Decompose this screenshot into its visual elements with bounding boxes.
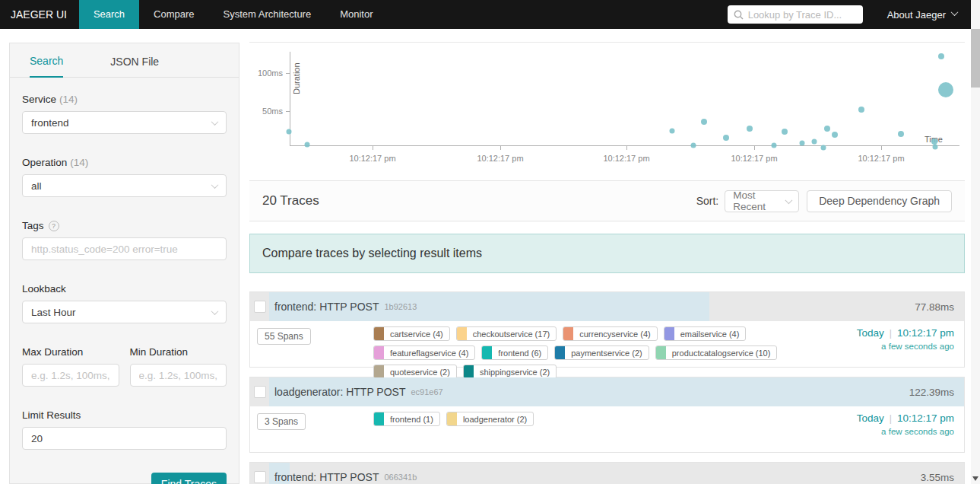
min-duration-input[interactable] (130, 364, 227, 387)
max-duration-input[interactable] (22, 364, 119, 387)
deep-dependency-graph-button[interactable]: Deep Dependency Graph (807, 190, 952, 212)
navbar-item[interactable]: System Architecture (209, 0, 326, 29)
operation-count: (14) (70, 157, 88, 168)
lookback-value: Last Hour (31, 307, 76, 318)
trace-scatter-point[interactable] (782, 129, 788, 135)
service-tag-label: frontend (1) (384, 412, 439, 425)
navbar-item[interactable]: Search (79, 0, 139, 29)
svg-text:10:12:17 pm: 10:12:17 pm (477, 154, 523, 163)
service-color-chip (447, 412, 457, 425)
find-traces-button[interactable]: Find Traces (151, 473, 227, 484)
trace-scatter-point[interactable] (691, 143, 696, 148)
trace-date: Today (857, 412, 884, 424)
page-scrollbar[interactable] (971, 0, 980, 484)
trace-checkbox-cell (250, 292, 269, 321)
separator: | (890, 413, 892, 424)
service-tag-pill: loadgenerator (2) (446, 412, 534, 426)
scrollbar-down-arrow-icon[interactable] (972, 476, 978, 481)
sort-select[interactable]: Most Recent (725, 190, 799, 212)
chevron-down-icon (211, 307, 219, 315)
navbar-item[interactable]: Monitor (325, 0, 387, 29)
trace-checkbox[interactable] (254, 386, 266, 398)
chevron-down-icon (211, 181, 219, 189)
trace-scatter-point[interactable] (938, 82, 953, 97)
sidebar-tab[interactable]: JSON File (110, 56, 159, 77)
sort-value: Most Recent (733, 189, 786, 212)
trace-lookup-input[interactable] (748, 9, 857, 21)
trace-scatter-point[interactable] (305, 142, 310, 148)
navbar-item[interactable]: Compare (139, 0, 208, 29)
trace-duration-bar-track: frontend: HTTP POST 1b92613 77.88ms (269, 292, 964, 321)
trace-scatter-point[interactable] (898, 131, 904, 137)
app-brand[interactable]: JAEGER UI (0, 0, 79, 29)
trace-header-link[interactable]: frontend: HTTP POST 1b92613 77.88ms (250, 292, 964, 321)
sidebar-tab[interactable]: Search (30, 55, 63, 78)
trace-scatter-point[interactable] (931, 139, 937, 145)
trace-checkbox[interactable] (254, 301, 266, 313)
trace-id: 1b92613 (384, 302, 417, 311)
trace-scatter-point[interactable] (747, 126, 753, 132)
sort-label: Sort: (696, 195, 719, 207)
span-count-pill: 55 Spans (257, 328, 311, 345)
trace-date: Today (857, 327, 884, 339)
service-color-chip (374, 346, 384, 359)
operation-select[interactable]: all (22, 174, 227, 197)
service-count: (14) (59, 94, 78, 105)
search-form: Service (14) frontend Operation (14) all… (10, 78, 239, 484)
service-color-chip (555, 346, 565, 359)
trace-scatter-point[interactable] (800, 141, 805, 146)
trace-count: 20 Traces (262, 193, 319, 209)
svg-text:10:12:17 pm: 10:12:17 pm (731, 154, 777, 163)
trace-scatter-point[interactable] (723, 135, 729, 141)
trace-checkbox[interactable] (254, 471, 266, 483)
trace-scatter-point[interactable] (772, 143, 777, 148)
trace-scatter-point[interactable] (287, 129, 292, 135)
trace-header-link[interactable]: frontend: HTTP POST 066341b 3.55ms (250, 463, 964, 484)
scrollbar-thumb[interactable] (971, 29, 980, 88)
trace-scatter-point[interactable] (824, 126, 830, 132)
trace-lookup-box[interactable] (728, 5, 863, 24)
trace-duration: 77.88ms (915, 301, 964, 313)
service-tags: cartservice (4) checkoutservice (17) cur… (373, 326, 837, 379)
service-color-chip (374, 327, 384, 340)
service-select[interactable]: frontend (22, 111, 227, 134)
trace-scatter-point[interactable] (832, 132, 838, 138)
service-color-chip (464, 365, 474, 378)
trace-duration-bar-track: frontend: HTTP POST 066341b 3.55ms (269, 463, 964, 484)
tags-input[interactable] (22, 237, 227, 260)
search-icon (734, 10, 744, 20)
trace-header-link[interactable]: loadgenerator: HTTP POST ec91e67 122.39m… (250, 377, 964, 406)
trace-scatter-point[interactable] (821, 145, 826, 151)
trace-list: frontend: HTTP POST 1b92613 77.88ms 55 S… (249, 291, 965, 484)
help-icon[interactable]: ? (49, 221, 59, 231)
trace-scatter-point[interactable] (858, 107, 864, 113)
service-tag-label: cartservice (4) (384, 327, 449, 340)
service-tag-label: checkoutservice (17) (467, 327, 557, 340)
navbar-items: Search Compare System Architecture Monit… (79, 0, 388, 29)
service-tag-label: productcatalogservice (10) (666, 346, 777, 359)
trace-title: loadgenerator: HTTP POST (274, 386, 405, 398)
service-color-chip (482, 346, 492, 359)
trace-scatter-point[interactable] (933, 145, 938, 150)
svg-text:100ms: 100ms (258, 68, 284, 78)
service-color-chip (374, 412, 384, 425)
trace-timestamp: Today|10:12:17 pm a few seconds ago (857, 327, 954, 351)
about-jaeger-menu[interactable]: About Jaeger (887, 9, 957, 21)
service-tag-label: emailservice (4) (674, 327, 746, 340)
trace-scatter-point[interactable] (812, 139, 817, 145)
trace-scatter-point[interactable] (938, 53, 944, 59)
chevron-down-icon (951, 8, 959, 16)
limit-results-input[interactable] (22, 427, 227, 450)
trace-checkbox-cell (250, 377, 269, 406)
trace-duration: 122.39ms (909, 387, 964, 398)
service-tags: frontend (1) loadgenerator (2) (373, 412, 837, 426)
span-count-pill: 3 Spans (257, 413, 306, 430)
trace-scatter-point[interactable] (670, 129, 675, 134)
service-color-chip (563, 327, 573, 340)
trace-scatter-point[interactable] (701, 119, 707, 125)
service-color-chip (664, 327, 674, 340)
trace-time: 10:12:17 pm (897, 327, 954, 339)
lookback-select[interactable]: Last Hour (22, 301, 227, 323)
trace-id: 066341b (384, 473, 417, 482)
service-color-chip (374, 365, 384, 378)
